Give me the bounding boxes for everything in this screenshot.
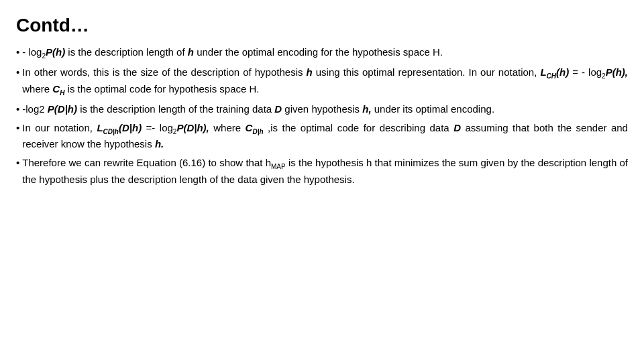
- bullet-content-5: Therefore we can rewrite Equation (6.16)…: [22, 156, 628, 186]
- bullet-content-2: In other words, this is the size of the …: [22, 65, 628, 98]
- bullet-content-3: -log2 P(D|h) is the description length o…: [22, 102, 494, 117]
- bullet-content-4: In our notation, LCD|h(D|h) =- log2P(D|h…: [22, 121, 628, 152]
- bullet-item-2: • In other words, this is the size of th…: [16, 65, 628, 98]
- bullet-item-1: • - log2P(h) is the description length o…: [16, 45, 628, 62]
- bullet-item-4: • In our notation, LCD|h(D|h) =- log2P(D…: [16, 121, 628, 152]
- bullet-item-3: • -log2 P(D|h) is the description length…: [16, 102, 628, 117]
- page-title: Contd…: [16, 12, 628, 40]
- bullet-item-5: • Therefore we can rewrite Equation (6.1…: [16, 156, 628, 186]
- bullet-list: • - log2P(h) is the description length o…: [16, 45, 628, 187]
- bullet-symbol-1: •: [16, 45, 19, 60]
- bullet-symbol-4: •: [16, 121, 19, 135]
- bullet-symbol-5: •: [16, 156, 19, 170]
- bullet-symbol-2: •: [16, 65, 19, 80]
- bullet-content-1: - log2P(h) is the description length of …: [22, 45, 443, 62]
- bullet-symbol-3: •: [16, 102, 19, 117]
